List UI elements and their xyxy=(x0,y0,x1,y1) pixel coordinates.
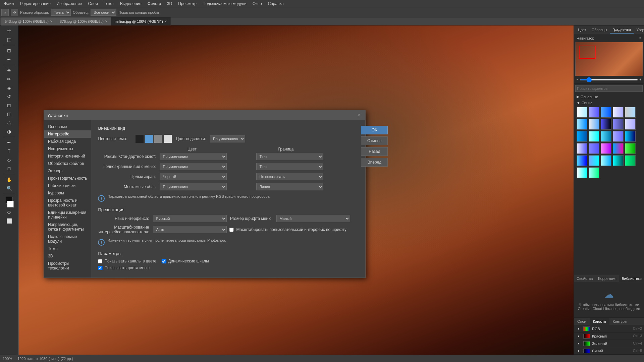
channel-green[interactable]: Зеленый Ctrl+4 xyxy=(574,340,644,347)
crop-tool[interactable]: ⊡ xyxy=(2,47,16,55)
std-window-border-select[interactable]: Тень xyxy=(256,153,323,160)
gradient-swatch-7[interactable] xyxy=(589,119,599,130)
menu-plugins[interactable]: Подключаемые модули xyxy=(200,1,249,7)
nav-scratchdisks[interactable]: Рабочие диски xyxy=(44,182,91,189)
dodge-tool[interactable]: ◑ xyxy=(2,127,16,135)
theme-swatch-darkest[interactable] xyxy=(136,135,144,143)
quick-mask-tool[interactable]: ⊙ xyxy=(2,208,16,216)
gradient-swatch-20[interactable] xyxy=(625,143,636,154)
tool-options-button[interactable]: ⚙ xyxy=(11,9,18,16)
home-button[interactable]: ⌂ xyxy=(1,9,9,16)
gradient-swatch-23[interactable] xyxy=(601,155,611,166)
stamp-tool[interactable]: ◈ xyxy=(2,84,16,92)
show-channels-checkbox[interactable] xyxy=(98,259,102,263)
zoom-out-icon[interactable]: − xyxy=(577,78,579,81)
channels-tab[interactable]: Каналы xyxy=(590,318,609,325)
eraser-tool[interactable]: ◻ xyxy=(2,101,16,109)
gradient-swatch-17[interactable] xyxy=(589,143,599,154)
gradient-swatch-9[interactable] xyxy=(613,119,624,130)
size-select[interactable]: Точка xyxy=(51,9,71,16)
gradient-swatch-16[interactable] xyxy=(577,143,587,154)
menu-view[interactable]: Просмотр xyxy=(175,1,199,7)
std-window-color-select[interactable]: По умолчанию xyxy=(160,153,227,160)
gradient-group-blues-header[interactable]: ▼ Синие xyxy=(574,100,644,106)
menu-layers[interactable]: Слои xyxy=(86,1,101,7)
heal-tool[interactable]: ⊕ xyxy=(2,66,16,74)
dialog-titlebar[interactable]: Установки × xyxy=(44,110,365,120)
montage-color-select[interactable]: По умолчанию xyxy=(160,183,227,190)
menu-filter[interactable]: Фильтр xyxy=(145,1,164,7)
menu-select[interactable]: Выделение xyxy=(117,1,144,7)
shape-tool[interactable]: □ xyxy=(2,165,16,173)
fullscreen-color-select[interactable]: Черный xyxy=(160,173,227,180)
nav-tools[interactable]: Инструменты xyxy=(44,145,91,153)
tab-close-0[interactable]: ✕ xyxy=(50,20,53,23)
nav-filehandling[interactable]: Обработка файлов xyxy=(44,160,91,167)
nav-technology-previews[interactable]: Просмотры технологии xyxy=(44,260,91,272)
sample-select[interactable]: Все слои xyxy=(91,9,116,16)
nav-cursors[interactable]: Курсоры xyxy=(44,189,91,197)
channel-red[interactable]: Красный Ctrl+3 xyxy=(574,333,644,340)
tab-1[interactable]: 876.jpg @ 100% (RGB/8#) ✕ xyxy=(56,17,111,25)
channel-blue-visibility[interactable] xyxy=(576,348,581,354)
gradient-swatch-19[interactable] xyxy=(613,143,624,154)
menu-window[interactable]: Окно xyxy=(250,1,265,7)
channel-blue[interactable]: Синий Ctrl+5 xyxy=(574,347,644,355)
theme-swatch-light[interactable] xyxy=(164,135,172,143)
gradient-swatch-22[interactable] xyxy=(589,155,599,166)
nav-units[interactable]: Единицы измерения и линейки xyxy=(44,209,91,221)
fullscreen-border-select[interactable]: Не показывать xyxy=(256,173,323,180)
gradient-swatch-2[interactable] xyxy=(589,107,599,118)
channel-red-visibility[interactable] xyxy=(576,334,581,339)
nav-workspace[interactable]: Рабочая среда xyxy=(44,138,91,145)
dynamic-sliders-checkbox[interactable] xyxy=(162,259,166,263)
gradient-swatch-3[interactable] xyxy=(601,107,611,118)
menu-3d[interactable]: 3D xyxy=(164,1,175,7)
ok-button[interactable]: OK xyxy=(361,126,388,134)
blur-tool[interactable]: ◌ xyxy=(2,119,16,127)
gradient-swatch-24[interactable] xyxy=(613,155,624,166)
interface-lang-select[interactable]: Русский xyxy=(153,215,227,222)
background-color[interactable] xyxy=(7,201,14,207)
nav-guides[interactable]: Направляющие, сетка и фрагменты xyxy=(44,221,91,233)
channel-rgb-visibility[interactable] xyxy=(576,326,581,331)
menu-help[interactable]: Справка xyxy=(265,1,286,7)
zoom-in-icon[interactable]: + xyxy=(639,78,641,81)
nav-export[interactable]: Экспорт xyxy=(44,167,91,175)
gradient-swatch-10[interactable] xyxy=(625,119,636,130)
gradient-swatch-6[interactable] xyxy=(577,119,587,130)
hand-tool[interactable]: ✋ xyxy=(2,176,16,184)
gradient-swatch-4[interactable] xyxy=(613,107,624,118)
paths-tab[interactable]: Контуры xyxy=(609,318,631,325)
forward-button[interactable]: Вперед xyxy=(361,158,388,167)
zoom-tool[interactable]: 🔍 xyxy=(2,184,16,192)
nav-history[interactable]: История изменений xyxy=(44,153,91,160)
gradient-swatch-21[interactable] xyxy=(577,155,587,166)
eyedropper-tool[interactable]: ✒ xyxy=(2,55,16,63)
zoom-slider[interactable] xyxy=(580,79,638,80)
theme-swatch-blue[interactable] xyxy=(145,135,153,143)
tab-close-1[interactable]: ✕ xyxy=(105,20,108,23)
tab-0[interactable]: 543.jpg @ 100% (RGB/8#) ✕ xyxy=(1,17,56,25)
channel-rgb[interactable]: RGB Ctrl+2 xyxy=(574,325,644,333)
fullscreen-menu-border-select[interactable]: Тень xyxy=(256,163,323,170)
theme-swatch-gray[interactable] xyxy=(154,135,162,143)
gradient-swatch-27[interactable] xyxy=(589,167,599,178)
screen-mode-tool[interactable]: ⬜ xyxy=(2,217,16,225)
gradient-search-input[interactable] xyxy=(575,85,643,92)
nav-general[interactable]: Основные xyxy=(44,123,91,130)
navigator-menu[interactable]: ≡ xyxy=(639,36,641,40)
menu-file[interactable]: Файл xyxy=(1,1,17,7)
gradient-swatch-13[interactable] xyxy=(601,131,611,142)
cancel-button[interactable]: Отмена xyxy=(361,136,388,145)
channel-green-visibility[interactable] xyxy=(576,341,581,346)
menu-edit[interactable]: Редактирование xyxy=(17,1,53,7)
right-tab-color[interactable]: Цвет xyxy=(575,26,589,33)
select-tool[interactable]: ⬚ xyxy=(2,36,16,44)
font-size-select[interactable]: Малый xyxy=(276,215,350,222)
layers-tab[interactable]: Слои xyxy=(574,318,590,325)
back-button[interactable]: Назад xyxy=(361,147,388,156)
libraries-tab[interactable]: Библиотеки xyxy=(619,275,644,282)
show-menu-colors-checkbox[interactable] xyxy=(98,266,102,270)
correction-tab[interactable]: Коррекция xyxy=(595,275,619,282)
